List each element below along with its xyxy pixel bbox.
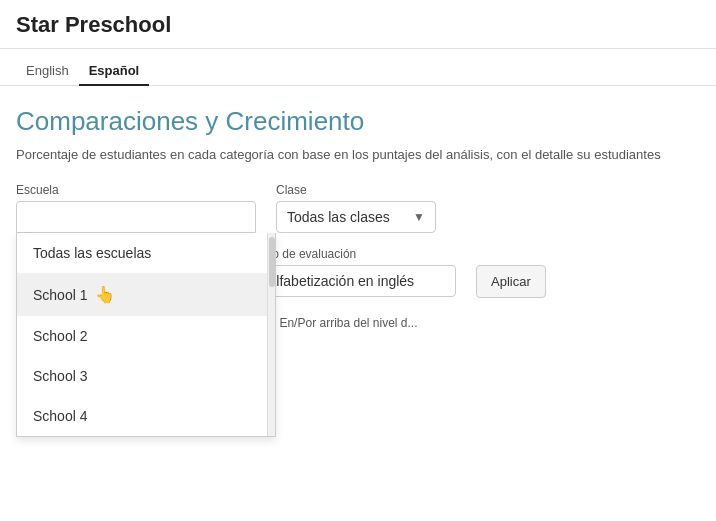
escuela-scrollbar-thumb[interactable]: [269, 237, 275, 287]
escuela-item-school2[interactable]: School 2: [17, 316, 267, 356]
escuela-items: Todas las escuelas School 1 👆 School 2 S…: [17, 233, 267, 436]
language-tabs: English Español: [0, 49, 716, 86]
tab-espanol[interactable]: Español: [79, 57, 150, 86]
escuela-scroll-container: Todas las escuelas School 1 👆 School 2 S…: [17, 233, 275, 436]
clase-label: Clase: [276, 183, 436, 197]
page-description: Porcentaje de estudiantes en cada catego…: [16, 145, 700, 165]
filters-row-1: Escuela Todas las escuelas School 1 👆 Sc…: [16, 183, 700, 233]
app-title: Star Preschool: [16, 12, 700, 38]
clase-dropdown[interactable]: Todas las clases ▼: [276, 201, 436, 233]
escuela-item-todas[interactable]: Todas las escuelas: [17, 233, 267, 273]
clase-value: Todas las clases: [287, 209, 390, 225]
clase-arrow-icon: ▼: [413, 210, 425, 224]
clase-filter-group: Clase Todas las clases ▼: [276, 183, 436, 233]
page-heading: Comparaciones y Crecimiento: [16, 106, 700, 137]
cursor-icon: 👆: [95, 285, 115, 304]
tab-english[interactable]: English: [16, 57, 79, 86]
main-content: Comparaciones y Crecimiento Porcentaje d…: [0, 86, 716, 346]
escuela-dropdown-list: Todas las escuelas School 1 👆 School 2 S…: [16, 233, 276, 437]
escuela-item-school1[interactable]: School 1 👆: [17, 273, 267, 316]
escuela-item-school4[interactable]: School 4: [17, 396, 267, 436]
tipo-value-display: Alfabetización en inglés: [256, 265, 456, 297]
escuela-item-school3[interactable]: School 3: [17, 356, 267, 396]
tipo-filter-group: Tipo de evaluación Alfabetización en ing…: [256, 247, 456, 297]
apply-button[interactable]: Aplicar: [476, 265, 546, 298]
escuela-scrollbar-track[interactable]: [267, 233, 275, 436]
escuela-label: Escuela: [16, 183, 256, 197]
app-header: Star Preschool: [0, 0, 716, 49]
tipo-label: Tipo de evaluación: [256, 247, 456, 261]
escuela-input[interactable]: [16, 201, 256, 233]
escuela-filter-group: Escuela Todas las escuelas School 1 👆 Sc…: [16, 183, 256, 233]
apply-group: Aplicar: [476, 247, 546, 298]
escuela-input-text: [27, 209, 31, 225]
